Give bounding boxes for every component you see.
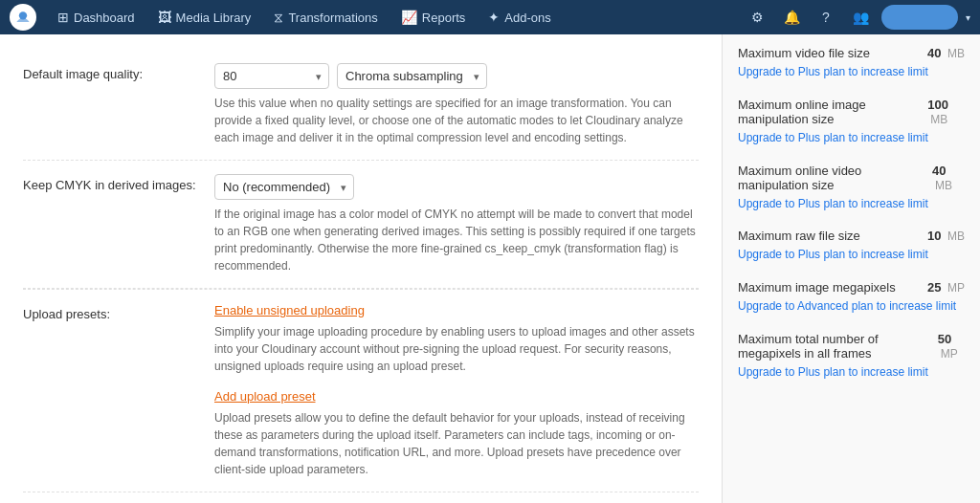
nav-dashboard[interactable]: ⊞ Dashboard: [48, 6, 145, 29]
chroma-select-wrapper[interactable]: Chroma subsampling: [337, 63, 487, 89]
image-quality-controls: 80 Chroma subsampling: [214, 63, 699, 89]
image-quality-setting: Default image quality: 80 Chroma subsamp…: [23, 50, 699, 161]
sidebar-upgrade-link-2[interactable]: Upgrade to Plus plan: [738, 197, 845, 210]
sidebar-item-3: Maximum raw file size 10 MB Upgrade to P…: [738, 229, 965, 263]
sidebar-item-value-0: 40 MB: [927, 46, 965, 60]
image-quality-label: Default image quality:: [23, 63, 214, 81]
cmyk-select-wrapper[interactable]: No (recommended): [214, 174, 354, 200]
top-navigation: ⊞ Dashboard 🖼 Media Library ⧖ Transforma…: [0, 0, 980, 34]
image-quality-content: 80 Chroma subsampling Use this value whe…: [214, 63, 699, 146]
content-area: Default image quality: 80 Chroma subsamp…: [0, 34, 722, 503]
sidebar-upgrade-link-1[interactable]: Upgrade to Plus plan: [738, 131, 845, 144]
upload-presets-content: Enable unsigned uploading Simplify your …: [214, 303, 699, 478]
sidebar-item-title-2: Maximum online video manipulation size: [738, 164, 932, 192]
sidebar-item-value-1: 100 MB: [927, 98, 965, 126]
notifications-button[interactable]: 🔔: [778, 4, 805, 31]
sidebar-item-header-1: Maximum online image manipulation size 1…: [738, 98, 965, 126]
sidebar-item-title-3: Maximum raw file size: [738, 229, 860, 243]
sidebar-item-title-1: Maximum online image manipulation size: [738, 98, 927, 126]
user-avatar[interactable]: [881, 5, 958, 30]
sidebar-item-value-2: 40 MB: [932, 164, 965, 192]
keep-cmyk-content: No (recommended) If the original image h…: [214, 174, 699, 274]
limits-sidebar: Maximum video file size 40 MB Upgrade to…: [722, 34, 980, 503]
transformations-icon: ⧖: [274, 10, 283, 26]
image-quality-description: Use this value when no quality settings …: [214, 95, 699, 146]
chroma-select[interactable]: Chroma subsampling: [337, 63, 487, 89]
user-menu-chevron[interactable]: ▾: [966, 12, 970, 23]
sidebar-item-link-1: Upgrade to Plus plan to increase limit: [738, 130, 965, 146]
sidebar-upgrade-link-4[interactable]: Upgrade to Advanced plan: [738, 299, 873, 313]
quality-select[interactable]: 80: [214, 63, 329, 89]
nav-add-ons[interactable]: ✦ Add-ons: [479, 6, 560, 29]
sidebar-item-header-0: Maximum video file size 40 MB: [738, 46, 965, 60]
sidebar-upgrade-link-3[interactable]: Upgrade to Plus plan: [738, 248, 845, 261]
nav-reports[interactable]: 📈 Reports: [391, 6, 476, 29]
sidebar-item-title-4: Maximum image megapixels: [738, 280, 896, 295]
settings-button[interactable]: ⚙: [744, 4, 770, 31]
sidebar-item-title-5: Maximum total number of megapixels in al…: [738, 332, 938, 361]
sidebar-items-container: Maximum video file size 40 MB Upgrade to…: [738, 46, 965, 398]
sidebar-items-list: Maximum video file size 40 MB Upgrade to…: [738, 46, 965, 398]
upload-presets-description: Simplify your image uploading procedure …: [214, 323, 699, 375]
sidebar-item-5: Maximum total number of megapixels in al…: [738, 332, 965, 381]
sidebar-item-header-4: Maximum image megapixels 25 MP: [738, 280, 965, 295]
upload-presets-label: Upload presets:: [23, 303, 214, 321]
sidebar-item-header-3: Maximum raw file size 10 MB: [738, 229, 965, 243]
quality-select-wrapper[interactable]: 80: [214, 63, 329, 89]
sidebar-item-value-4: 25 MP: [927, 280, 965, 295]
sidebar-item-0: Maximum video file size 40 MB Upgrade to…: [738, 46, 965, 80]
add-preset-description: Upload presets allow you to define the d…: [214, 409, 699, 478]
keep-cmyk-description: If the original image has a color model …: [214, 206, 699, 274]
sidebar-item-4: Maximum image megapixels 25 MP Upgrade t…: [738, 280, 965, 315]
main-container: Default image quality: 80 Chroma subsamp…: [0, 34, 980, 503]
sidebar-item-link-2: Upgrade to Plus plan to increase limit: [738, 196, 965, 212]
cmyk-select[interactable]: No (recommended): [214, 174, 354, 200]
nav-right-controls: ⚙ 🔔 ? 👥 ▾: [744, 4, 970, 31]
logo[interactable]: [10, 4, 36, 31]
sidebar-item-header-2: Maximum online video manipulation size 4…: [738, 164, 965, 192]
sidebar-item-link-3: Upgrade to Plus plan to increase limit: [738, 247, 965, 263]
sidebar-item-header-5: Maximum total number of megapixels in al…: [738, 332, 965, 361]
sidebar-item-link-5: Upgrade to Plus plan to increase limit: [738, 364, 965, 381]
sidebar-item-1: Maximum online image manipulation size 1…: [738, 98, 965, 146]
sidebar-item-title-0: Maximum video file size: [738, 46, 870, 60]
settings-content: Default image quality: 80 Chroma subsamp…: [0, 34, 722, 503]
media-library-icon: 🖼: [158, 10, 171, 25]
nav-transformations[interactable]: ⧖ Transformations: [264, 6, 387, 30]
addons-icon: ✦: [488, 10, 500, 25]
upload-presets-section: Upload presets: Enable unsigned uploadin…: [23, 290, 699, 492]
keep-cmyk-controls: No (recommended): [214, 174, 699, 200]
sidebar-item-value-5: 50 MP: [938, 332, 965, 361]
keep-cmyk-label: Keep CMYK in derived images:: [23, 174, 214, 192]
sidebar-item-value-3: 10 MB: [927, 229, 965, 243]
users-button[interactable]: 👥: [847, 4, 874, 31]
upload-presets-inner: Upload presets: Enable unsigned uploadin…: [23, 303, 699, 478]
dashboard-icon: ⊞: [57, 10, 69, 25]
default-upload-preset-setting: Default upload preset: None Use this upl…: [23, 492, 699, 503]
help-button[interactable]: ?: [813, 4, 839, 31]
sidebar-upgrade-link-5[interactable]: Upgrade to Plus plan: [738, 365, 845, 379]
nav-media-library[interactable]: 🖼 Media Library: [148, 6, 261, 29]
sidebar-item-2: Maximum online video manipulation size 4…: [738, 164, 965, 212]
reports-icon: 📈: [401, 10, 417, 25]
sidebar-item-link-0: Upgrade to Plus plan to increase limit: [738, 64, 965, 80]
add-upload-preset-link[interactable]: Add upload preset: [214, 389, 316, 404]
enable-unsigned-link[interactable]: Enable unsigned uploading: [214, 303, 365, 317]
sidebar-item-link-4: Upgrade to Advanced plan to increase lim…: [738, 298, 965, 315]
keep-cmyk-setting: Keep CMYK in derived images: No (recomme…: [23, 161, 699, 289]
sidebar-upgrade-link-0[interactable]: Upgrade to Plus plan: [738, 65, 845, 78]
